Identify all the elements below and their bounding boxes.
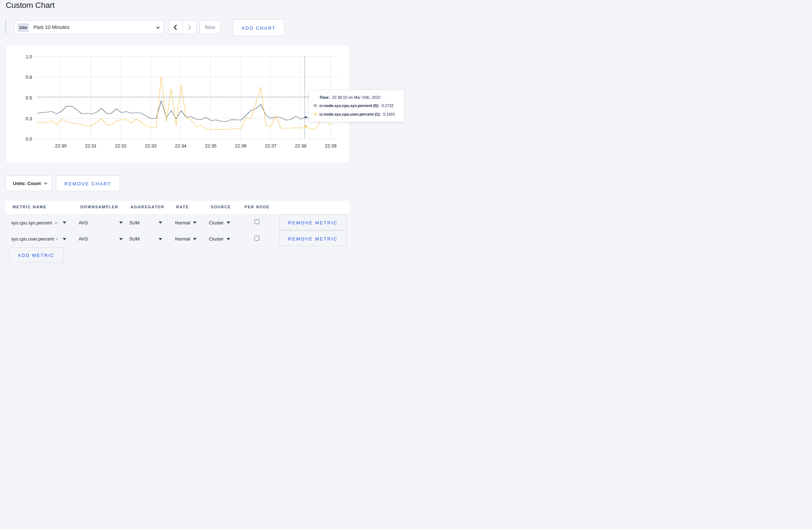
- svg-text:22:37: 22:37: [265, 143, 277, 149]
- svg-text:0.8: 0.8: [25, 74, 32, 80]
- svg-text:22:35: 22:35: [205, 143, 217, 149]
- svg-text:22:34: 22:34: [175, 143, 187, 149]
- svg-text:1.0: 1.0: [25, 54, 32, 59]
- svg-text:22:39: 22:39: [325, 143, 337, 149]
- svg-text:22:38: 22:38: [295, 143, 306, 149]
- svg-text:22:33: 22:33: [145, 143, 157, 149]
- svg-text:0.0: 0.0: [25, 136, 32, 142]
- svg-text:22:31: 22:31: [85, 143, 97, 149]
- svg-text:22:36: 22:36: [235, 143, 247, 149]
- svg-text:0.3: 0.3: [25, 116, 32, 121]
- svg-text:22:32: 22:32: [115, 143, 127, 149]
- svg-text:0.5: 0.5: [25, 95, 32, 101]
- svg-text:22:30: 22:30: [55, 143, 67, 149]
